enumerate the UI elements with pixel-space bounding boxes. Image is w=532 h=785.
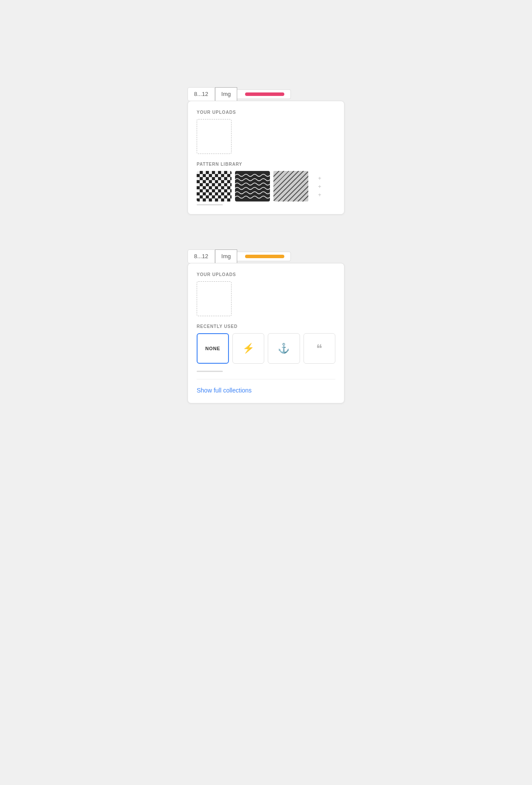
panel-1: YOUR UPLOADS PATTERN LIBRARY [188,101,344,215]
show-full-collections-link[interactable]: Show full collections [197,387,252,394]
lightning-icon: ⚡ [242,343,254,354]
tab-range-1[interactable]: 8...12 [188,87,215,101]
more-dots: + + + [318,175,321,198]
widget-1: 8...12 Img YOUR UPLOADS PATTERN LIBRARY [188,87,344,215]
pattern-library-label: PATTERN LIBRARY [197,162,335,167]
tab-bar-2: 8...12 Img [188,249,291,263]
pattern-checker[interactable] [197,171,232,201]
tab-swatch-1 [237,89,291,99]
recently-item-none-label: NONE [205,346,220,351]
recently-item-anchor[interactable]: ⚓ [268,333,300,364]
recently-item-quote[interactable]: ❝ [304,333,335,364]
recently-item-none[interactable]: NONE [197,333,229,364]
tab-range-2[interactable]: 8...12 [188,249,215,263]
uploads-label-1: YOUR UPLOADS [197,110,335,115]
pattern-diagonal[interactable] [273,171,308,201]
scroll-hint-1 [197,204,223,205]
color-swatch-2[interactable] [245,255,284,258]
pattern-more: + + + [312,171,327,201]
scroll-hint-2 [197,371,223,372]
uploads-label-2: YOUR UPLOADS [197,272,335,277]
tab-img-2[interactable]: Img [215,249,238,263]
anchor-icon: ⚓ [278,343,290,354]
divider [197,379,335,379]
pattern-wave[interactable] [235,171,270,201]
widget-2: 8...12 Img YOUR UPLOADS RECENTLY USED NO… [188,249,344,403]
pattern-grid: + + + [197,171,335,201]
recently-item-lightning[interactable]: ⚡ [232,333,264,364]
quote-icon: ❝ [316,342,322,355]
color-swatch-1[interactable] [245,92,284,96]
upload-placeholder-1[interactable] [197,119,232,154]
panel-2: YOUR UPLOADS RECENTLY USED NONE ⚡ ⚓ ❝ Sh… [188,263,344,403]
upload-placeholder-2[interactable] [197,281,232,316]
tab-swatch-2 [237,252,291,261]
tab-bar-1: 8...12 Img [188,87,291,101]
recently-used-grid: NONE ⚡ ⚓ ❝ [197,333,335,364]
tab-img-1[interactable]: Img [215,87,238,101]
recently-used-label: RECENTLY USED [197,324,335,329]
